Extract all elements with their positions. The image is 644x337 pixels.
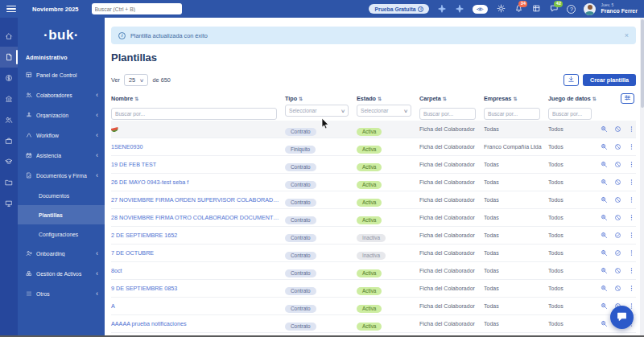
- support-chat-button[interactable]: [610, 306, 634, 329]
- kebab-menu-icon[interactable]: [627, 161, 635, 169]
- search-input[interactable]: [95, 6, 179, 12]
- preview-icon[interactable]: [600, 302, 608, 310]
- sidebar-item-asistencia[interactable]: Asistencia ‹: [18, 146, 105, 166]
- sidebar-item-otros[interactable]: Otros ‹: [18, 284, 105, 304]
- filter-carpeta-input[interactable]: [419, 108, 476, 120]
- trial-button[interactable]: Prueba Gratuita i: [369, 4, 429, 14]
- activate-check-icon[interactable]: [613, 249, 621, 257]
- template-name-link[interactable]: 28 NOVIEMBRE FIRMA OTRO COLABORADOR DOCU…: [111, 214, 285, 221]
- sidebar-subitem-documentos[interactable]: Documentos: [18, 186, 105, 205]
- sidebar-item-panel-de-control[interactable]: Panel de Control: [18, 65, 105, 85]
- chat-bubble-icon[interactable]: 42: [549, 4, 559, 14]
- sidebar-subitem-configuraciones[interactable]: Configuraciones: [18, 224, 105, 244]
- filter-empresas-input[interactable]: [484, 108, 540, 120]
- sidebar-item-onboarding[interactable]: Onboarding ‹: [18, 244, 105, 264]
- template-name-link[interactable]: 1SENE0930: [111, 143, 285, 150]
- preview-icon[interactable]: [600, 125, 608, 134]
- deactivate-icon[interactable]: [613, 214, 621, 222]
- bank-icon[interactable]: [0, 88, 18, 109]
- deactivate-icon[interactable]: [613, 196, 621, 204]
- deactivate-icon[interactable]: [613, 143, 621, 151]
- home-icon[interactable]: [0, 26, 18, 47]
- template-name-link[interactable]: 7 DE OCTUBRE: [111, 249, 285, 257]
- deactivate-icon[interactable]: [613, 179, 621, 187]
- settings-gear-icon[interactable]: [496, 4, 506, 14]
- banner-close-icon[interactable]: ×: [625, 32, 629, 39]
- template-name-link[interactable]: 27 NOVIEMBRE FIRMA ORDEN SUPERVISOR COLA…: [111, 196, 285, 203]
- sidebar-item-documentos-y-firma[interactable]: Documentos y Firma ‹: [18, 166, 105, 186]
- preview-icon[interactable]: [600, 249, 608, 257]
- preview-icon[interactable]: [600, 232, 608, 240]
- sort-icon[interactable]: ⇅: [378, 96, 382, 101]
- sort-icon[interactable]: ⇅: [513, 96, 517, 101]
- sort-icon[interactable]: ⇅: [299, 96, 303, 101]
- template-name-link[interactable]: [111, 125, 285, 134]
- template-name-link[interactable]: 9 DE SEPTIEMBRE 0853: [111, 285, 285, 292]
- filter-nombre-input[interactable]: [111, 108, 277, 120]
- kebab-menu-icon[interactable]: [627, 196, 635, 204]
- create-template-button[interactable]: Crear plantilla: [583, 74, 636, 86]
- help-icon[interactable]: ?: [567, 5, 576, 14]
- preview-icon[interactable]: [600, 196, 608, 204]
- sparkle-icon[interactable]: [437, 4, 447, 14]
- template-name-link[interactable]: 19 DE FEB TEST: [111, 161, 285, 168]
- deactivate-icon[interactable]: [613, 161, 621, 169]
- sort-icon[interactable]: ⇅: [443, 96, 447, 101]
- deactivate-icon[interactable]: [613, 267, 621, 275]
- activate-check-icon[interactable]: [613, 232, 621, 240]
- download-button[interactable]: [564, 74, 579, 86]
- preview-icon[interactable]: [600, 161, 608, 169]
- preview-icon[interactable]: [600, 179, 608, 187]
- sort-icon[interactable]: ⇅: [134, 96, 138, 101]
- filter-tipo-select[interactable]: Seleccionar∨: [285, 105, 349, 117]
- preview-icon[interactable]: [600, 285, 608, 293]
- briefcase-icon[interactable]: [0, 130, 18, 151]
- global-search[interactable]: [92, 3, 182, 14]
- user-avatar[interactable]: [584, 3, 596, 15]
- period-selector[interactable]: Noviembre 2025: [29, 6, 79, 13]
- deactivate-icon[interactable]: [613, 125, 621, 134]
- template-name-link[interactable]: 26 DE MAYO 0943-test seba f: [111, 179, 285, 186]
- column-settings-button[interactable]: [621, 93, 634, 104]
- education-icon[interactable]: [0, 151, 18, 172]
- template-name-link[interactable]: 2 DE SEPTIEMBRE 1652: [111, 232, 285, 239]
- kebab-menu-icon[interactable]: [627, 267, 635, 275]
- preview-icon[interactable]: [600, 214, 608, 222]
- sidebar-item-colaboradores[interactable]: Colaboradores ‹: [18, 85, 105, 105]
- deactivate-icon[interactable]: [613, 285, 621, 293]
- template-name-link[interactable]: 8oct: [111, 267, 285, 274]
- preview-icon[interactable]: [600, 320, 608, 328]
- filter-juego-input[interactable]: [548, 108, 592, 120]
- notifications-bell-icon[interactable]: 34: [514, 4, 523, 14]
- sort-icon[interactable]: ⇅: [592, 96, 597, 101]
- eye-toggle[interactable]: [473, 5, 488, 14]
- kebab-menu-icon[interactable]: [627, 285, 635, 293]
- sidebar-item-workflow[interactable]: Workflow ‹: [18, 125, 105, 146]
- filter-estado-select[interactable]: Seleccionar∨: [357, 105, 411, 117]
- vertical-scrollbar[interactable]: [640, 18, 644, 337]
- kebab-menu-icon[interactable]: [627, 232, 635, 240]
- sidebar-item-organizaci-n[interactable]: Organización ‹: [18, 105, 105, 125]
- kebab-menu-icon[interactable]: [627, 249, 635, 257]
- template-name-link[interactable]: AAAAA prueba notificaciones: [111, 320, 285, 327]
- kebab-menu-icon[interactable]: [627, 125, 635, 134]
- kebab-menu-icon[interactable]: [627, 143, 635, 151]
- folder-icon[interactable]: [0, 172, 18, 193]
- sidebar-item-gesti-n-de-activos[interactable]: Gestión de Activos ‹: [18, 264, 105, 284]
- preview-icon[interactable]: [600, 143, 608, 151]
- kebab-menu-icon[interactable]: [627, 179, 635, 187]
- payroll-icon[interactable]: [0, 68, 18, 88]
- pagesize-select[interactable]: 25∨: [124, 74, 149, 86]
- apps-grid-icon[interactable]: [531, 4, 541, 14]
- kebab-menu-icon[interactable]: [627, 214, 635, 222]
- device-icon[interactable]: [0, 193, 18, 214]
- hamburger-menu-icon[interactable]: [6, 6, 16, 12]
- people-icon[interactable]: [0, 109, 18, 130]
- admin-documents-icon[interactable]: [0, 47, 18, 68]
- sidebar-subitem-plantillas[interactable]: Plantillas: [18, 205, 105, 224]
- user-block[interactable]: Juev, 5 Franco Ferrer: [601, 3, 638, 14]
- preview-icon[interactable]: [600, 267, 608, 275]
- template-name-link[interactable]: A: [111, 302, 285, 310]
- sparkle-icon[interactable]: [455, 4, 464, 14]
- scrollbar-thumb[interactable]: [641, 19, 644, 108]
